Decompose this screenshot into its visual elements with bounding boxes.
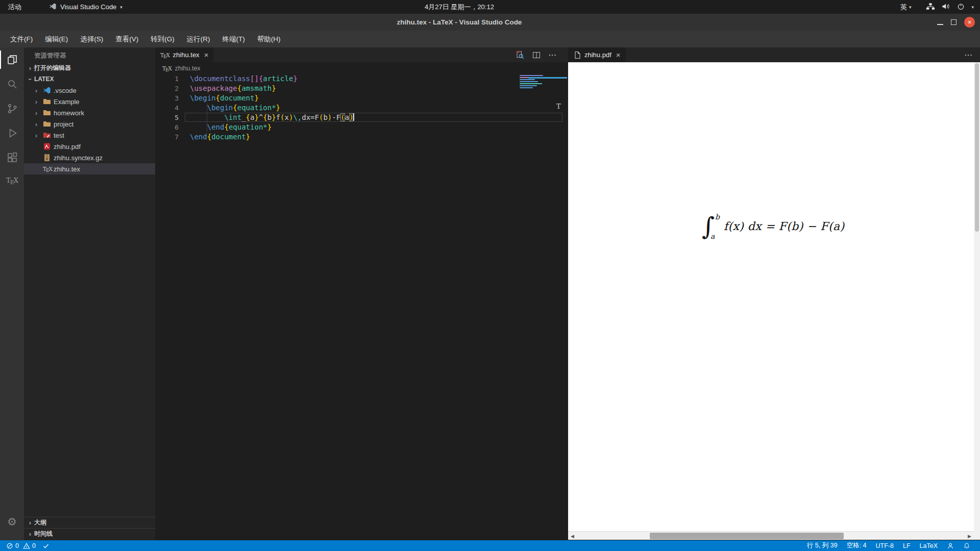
code-line[interactable]: 6 \end{equation*}	[155, 122, 568, 132]
vertical-scrollbar[interactable]	[974, 62, 980, 531]
code-line[interactable]: 3\begin{document}	[155, 93, 568, 103]
code-line[interactable]: 1\documentclass[]{article}	[155, 74, 568, 84]
explorer-sidebar: 资源管理器 › 打开的编辑器 › LATEX ›.vscode›Example›…	[24, 47, 155, 540]
explorer-icon[interactable]	[0, 47, 24, 72]
power-icon[interactable]	[957, 3, 965, 12]
tree-item-zhihu.synctex.gz[interactable]: zhihu.synctex.gz	[24, 152, 155, 163]
editor-actions: ···	[516, 47, 557, 62]
close-icon[interactable]: ×	[616, 51, 621, 59]
menu-item[interactable]: 文件(F)	[4, 32, 39, 46]
language-mode[interactable]: LaTeX	[915, 542, 942, 549]
code-editor[interactable]: 1\documentclass[]{article}2\usepackage{a…	[155, 74, 568, 540]
sidebar-section-时间线[interactable]: ›时间线	[24, 528, 155, 539]
scroll-right-icon[interactable]: ▶	[965, 532, 974, 540]
split-editor-icon[interactable]	[532, 51, 541, 59]
activities-button[interactable]: 活动	[0, 0, 30, 14]
scrollbar-thumb[interactable]	[650, 533, 844, 539]
latex-build-status[interactable]	[40, 542, 52, 549]
encoding[interactable]: UTF-8	[871, 542, 898, 549]
run-debug-icon[interactable]	[0, 121, 24, 145]
tree-item-homework[interactable]: ›homework	[24, 107, 155, 118]
app-menu[interactable]: Visual Studio Code ▾	[49, 3, 122, 12]
tree-item-project[interactable]: ›project	[24, 118, 155, 130]
open-editors-section[interactable]: › 打开的编辑器	[24, 62, 155, 73]
warning-count: 0	[32, 542, 36, 549]
menu-item[interactable]: 运行(R)	[181, 32, 216, 46]
cursor-position[interactable]: 行 5, 列 39	[802, 541, 842, 550]
tab-zhihu-pdf[interactable]: zhihu.pdf ×	[568, 47, 626, 62]
close-button[interactable]: ×	[964, 17, 975, 28]
line-number: 5	[155, 113, 179, 122]
chevron-down-icon: ›	[27, 75, 34, 83]
tree-item-Example[interactable]: ›Example	[24, 96, 155, 107]
pdf-viewer[interactable]: ∫ b a f(x) dx = F(b) − F(a)	[568, 62, 974, 531]
menu-item[interactable]: 终端(T)	[216, 32, 251, 46]
view-latex-pdf-icon[interactable]	[516, 51, 524, 59]
clock[interactable]: 4月27日 星期一，20:12	[425, 0, 494, 14]
activity-bar: TEX ⚙	[0, 47, 24, 540]
chevron-right-icon: ›	[33, 98, 40, 106]
breadcrumb-item[interactable]: zhihu.tex	[175, 65, 201, 72]
code-line[interactable]: 4 \begin{equation*}	[155, 103, 568, 113]
network-icon[interactable]	[926, 3, 935, 12]
menu-item[interactable]: 编辑(E)	[39, 32, 74, 46]
line-number: 6	[155, 122, 179, 132]
root-folder-section[interactable]: › LATEX	[24, 73, 155, 85]
rendered-formula: ∫ b a f(x) dx = F(b) − F(a)	[702, 213, 844, 239]
line-text: \begin{equation*}	[190, 103, 280, 113]
tree-item-.vscode[interactable]: ›.vscode	[24, 85, 155, 96]
code-line[interactable]: 5 \int_{a}^{b}f(x)\,dx=F(b)-F(a)	[155, 113, 568, 122]
vscode-folder-icon	[43, 86, 52, 94]
warning-icon	[23, 542, 30, 549]
code-line[interactable]: 7\end{document}	[155, 132, 568, 142]
desktop-top-bar: 活动 Visual Studio Code ▾ 4月27日 星期一，20:12 …	[0, 0, 980, 14]
menu-item[interactable]: 帮助(H)	[251, 32, 287, 46]
check-icon	[42, 542, 50, 549]
line-number: 1	[155, 74, 179, 84]
chevron-down-icon[interactable]: ▾	[971, 5, 974, 10]
minimize-button[interactable]	[937, 24, 943, 25]
close-icon[interactable]: ×	[204, 51, 209, 59]
section-label: 大纲	[34, 518, 46, 527]
tree-item-label: zhihu.tex	[54, 165, 80, 173]
scrollbar-corner	[974, 531, 980, 540]
settings-gear-icon[interactable]: ⚙	[0, 510, 24, 534]
source-control-icon[interactable]	[0, 96, 24, 121]
feedback-person-icon[interactable]	[942, 542, 959, 549]
pdf-actions: ···	[965, 47, 973, 62]
tree-item-test[interactable]: ›test	[24, 130, 155, 141]
search-icon[interactable]	[0, 72, 24, 96]
tree-item-zhihu.pdf[interactable]: zhihu.pdf	[24, 141, 155, 152]
sidebar-section-大纲[interactable]: ›大纲	[24, 517, 155, 528]
chevron-right-icon: ›	[26, 519, 34, 527]
extensions-icon[interactable]	[0, 145, 24, 170]
formula-body: f(x) dx = F(b) − F(a)	[724, 220, 845, 233]
problems-status[interactable]: 0 0	[4, 542, 38, 549]
menu-item[interactable]: 查看(V)	[109, 32, 144, 46]
latex-workshop-icon[interactable]: TEX	[0, 170, 24, 190]
breadcrumb[interactable]: TEX zhihu.tex	[155, 62, 568, 74]
eol[interactable]: LF	[898, 542, 915, 549]
restore-button[interactable]	[951, 19, 957, 25]
menu-item[interactable]: 选择(S)	[74, 32, 109, 46]
more-actions-icon[interactable]: ···	[549, 51, 557, 59]
more-actions-icon[interactable]: ···	[965, 51, 973, 59]
tab-zhihu-tex[interactable]: TEX zhihu.tex ×	[155, 47, 213, 62]
volume-icon[interactable]	[942, 3, 950, 12]
line-text: \end{document}	[190, 132, 250, 142]
folder-icon	[43, 109, 52, 117]
input-method-label: 英	[900, 3, 907, 12]
notifications-bell-icon[interactable]	[959, 542, 975, 549]
input-method-indicator[interactable]: 英 ▾	[900, 3, 912, 12]
menu-item[interactable]: 转到(G)	[144, 32, 181, 46]
scroll-left-icon[interactable]: ◀	[568, 532, 577, 540]
overview-ruler-mark: T	[556, 103, 561, 110]
tree-item-label: .vscode	[54, 87, 77, 94]
horizontal-scrollbar[interactable]: ◀ ▶	[568, 531, 974, 540]
file-tree: ›.vscode›Example›homework›project›testzh…	[24, 85, 155, 174]
indentation[interactable]: 空格: 4	[842, 541, 871, 550]
tree-item-zhihu.tex[interactable]: TEXzhihu.tex	[24, 163, 155, 174]
window-title-bar: zhihu.tex - LaTeX - Visual Studio Code ×	[0, 14, 980, 31]
code-line[interactable]: 2\usepackage{amsmath}	[155, 84, 568, 93]
scrollbar-thumb[interactable]	[975, 63, 979, 232]
